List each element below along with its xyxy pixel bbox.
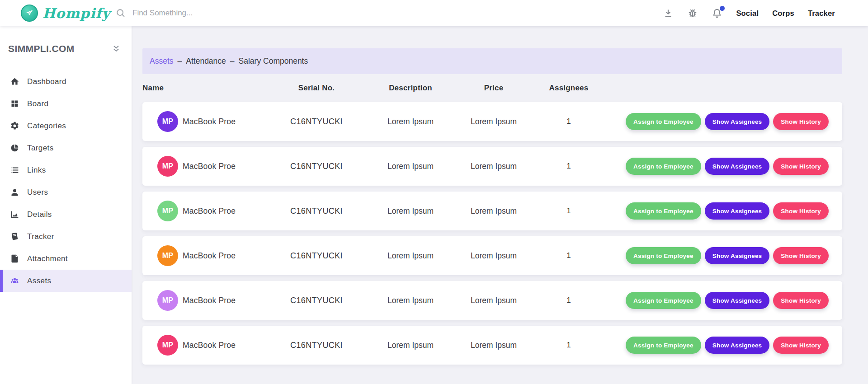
avatar-initials: MP [162,117,174,126]
show-assignees-button[interactable]: Show Assignees [705,202,770,220]
table-header: Name Serial No. Description Price Assign… [142,74,842,102]
row-actions: Assign to Employee Show Assignees Show H… [614,158,842,175]
nav-link-social[interactable]: Social [736,9,759,18]
notifications-bell-icon[interactable] [712,8,722,19]
brand-name: Hompify [42,5,110,21]
show-history-button[interactable]: Show History [773,337,829,354]
avatar: MP [157,245,178,266]
sidebar-item[interactable]: Dashboard [0,70,132,93]
sidebar-item-icon [10,99,19,108]
show-assignees-button[interactable]: Show Assignees [705,113,770,130]
assign-to-employee-button[interactable]: Assign to Employee [626,247,701,264]
cell-description: Lorem Ipsum [357,162,464,171]
cell-serial: C16NTYUCKI [276,296,357,305]
notification-badge [719,5,726,12]
cell-name: MacBook Proe [183,162,276,171]
avatar-initials: MP [162,162,174,170]
topbar-actions: Social Corps Tracker [663,0,835,26]
assign-to-employee-button[interactable]: Assign to Employee [626,292,701,309]
cell-serial: C16NTYUCKI [276,206,357,216]
row-actions: Assign to Employee Show Assignees Show H… [614,247,842,264]
brand-logo[interactable]: Hompify [21,0,110,26]
sidebar-item[interactable]: Board [0,93,132,115]
table-row: MP MacBook Proe C16NTYUCKI Lorem Ipsum L… [142,281,842,320]
cell-serial: C16NTYUCKI [276,251,357,261]
show-history-button[interactable]: Show History [773,202,829,220]
cell-description: Lorem Ipsum [357,117,464,126]
assign-to-employee-button[interactable]: Assign to Employee [626,202,701,220]
avatar: MP [157,290,178,311]
show-history-button[interactable]: Show History [773,292,829,309]
assign-to-employee-button[interactable]: Assign to Employee [626,337,701,354]
column-header-price: Price [464,84,524,93]
cell-serial: C16NTYUCKI [276,162,357,171]
avatar: MP [157,156,178,177]
table-row: MP MacBook Proe C16NTYUCKI Lorem Ipsum L… [142,326,842,365]
show-assignees-button[interactable]: Show Assignees [705,337,770,354]
table-row: MP MacBook Proe C16NTYUCKI Lorem Ipsum L… [142,236,842,275]
avatar: MP [157,201,178,221]
cell-serial: C16NTYUCKI [276,341,357,350]
sidebar-item[interactable]: Tracker [0,225,132,248]
sidebar-item[interactable]: Attachment [0,248,132,270]
sidebar: SIMMPLI.COM Dashboard Board Categories T… [0,26,132,384]
cell-name: MacBook Proe [183,117,276,126]
nav-link-corps[interactable]: Corps [772,9,794,18]
avatar: MP [157,111,178,132]
nav-link-tracker[interactable]: Tracker [808,9,835,18]
cell-description: Lorem Ipsum [357,206,464,216]
cell-price: Lorem Ipsum [464,251,524,261]
sidebar-item[interactable]: Targets [0,137,132,159]
sidebar-item-label: Tracker [27,232,54,241]
global-search [116,0,259,26]
cell-price: Lorem Ipsum [464,117,524,126]
breadcrumb-separator: – [178,56,182,66]
sidebar-item-label: Dashboard [27,77,66,86]
cell-price: Lorem Ipsum [464,296,524,305]
search-input[interactable] [132,9,259,18]
assign-to-employee-button[interactable]: Assign to Employee [626,158,701,175]
sidebar-item-label: Targets [27,144,54,153]
asset-rows: MP MacBook Proe C16NTYUCKI Lorem Ipsum L… [142,102,842,365]
sidebar-item-icon [10,121,19,131]
cell-assignees: 1 [524,251,614,260]
show-assignees-button[interactable]: Show Assignees [705,247,770,264]
show-assignees-button[interactable]: Show Assignees [705,292,770,309]
bug-report-icon[interactable] [687,8,698,19]
row-actions: Assign to Employee Show Assignees Show H… [614,202,842,220]
sidebar-item-icon [10,254,19,263]
cell-description: Lorem Ipsum [357,296,464,305]
avatar: MP [157,335,178,356]
sidebar-menu: Dashboard Board Categories Targets Links… [0,70,132,292]
assign-to-employee-button[interactable]: Assign to Employee [626,113,701,130]
cell-serial: C16NTYUCKI [276,117,357,126]
cell-price: Lorem Ipsum [464,206,524,216]
cell-assignees: 1 [524,296,614,305]
sidebar-item[interactable]: Categories [0,115,132,137]
show-history-button[interactable]: Show History [773,113,829,130]
avatar-initials: MP [162,341,174,349]
cell-assignees: 1 [524,206,614,215]
show-history-button[interactable]: Show History [773,247,829,264]
sidebar-item-label: Categories [27,122,66,131]
avatar-initials: MP [162,207,174,215]
sidebar-item[interactable]: Assets [0,270,132,292]
show-assignees-button[interactable]: Show Assignees [705,158,770,175]
sidebar-item[interactable]: Details [0,203,132,225]
sidebar-item-icon [10,143,19,153]
cell-assignees: 1 [524,341,614,350]
collapse-chevrons-icon[interactable] [112,44,121,53]
cell-assignees: 1 [524,162,614,171]
cell-name: MacBook Proe [183,206,276,216]
avatar-initials: MP [162,252,174,260]
column-header-serial: Serial No. [276,84,357,93]
sidebar-item[interactable]: Users [0,181,132,203]
show-history-button[interactable]: Show History [773,158,829,175]
breadcrumb-link-assets[interactable]: Assets [150,56,174,66]
download-icon[interactable] [663,8,674,19]
cell-name: MacBook Proe [183,341,276,350]
column-header-description: Description [357,84,464,93]
search-icon[interactable] [116,8,126,18]
sidebar-item[interactable]: Links [0,159,132,181]
table-row: MP MacBook Proe C16NTYUCKI Lorem Ipsum L… [142,192,842,230]
